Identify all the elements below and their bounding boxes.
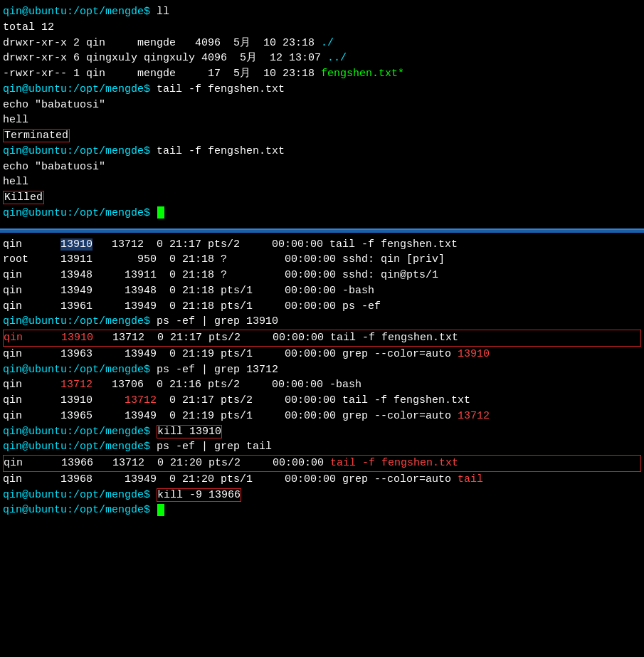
ps-row-3: qin 13948 13911 0 21:18 ? 00:00:00 sshd:… — [3, 268, 641, 283]
ps-row-13712-a: qin 13712 13706 0 21:16 pts/2 00:00:00 -… — [3, 377, 641, 393]
boxed-row-1: qin 13910 13712 0 21:17 pts/2 00:00:00 t… — [3, 330, 641, 347]
ps-grep-row-3: qin 13968 13949 0 21:20 pts/1 00:00:00 g… — [3, 472, 641, 488]
line-14: qin@ubuntu:/opt/mengde$ — [3, 206, 641, 221]
line-4: drwxr-xr-x 6 qingxuly qingxuly 4096 5月 1… — [3, 51, 641, 66]
line-1: qin@ubuntu:/opt/mengde$ ll — [3, 4, 641, 20]
kill-cmd-1: qin@ubuntu:/opt/mengde$ kill 13910 — [3, 424, 641, 440]
ps-row-5: qin 13961 13949 0 21:18 pts/1 00:00:00 p… — [3, 299, 641, 315]
line-10: qin@ubuntu:/opt/mengde$ tail -f fengshen… — [3, 144, 641, 159]
line-killed: Killed — [3, 190, 641, 206]
line-12: hell — [3, 174, 641, 190]
cursor-bottom — [157, 504, 164, 516]
line-6: qin@ubuntu:/opt/mengde$ tail -f fengshen… — [3, 82, 641, 98]
cursor-top — [157, 206, 164, 219]
ps-grep-row-2: qin 13965 13949 0 21:19 pts/1 00:00:00 g… — [3, 409, 641, 424]
ps-row-2: root 13911 950 0 21:18 ? 00:00:00 sshd: … — [3, 252, 641, 268]
line-terminated: Terminated — [3, 128, 641, 144]
ps-row-13712-b: qin 13910 13712 0 21:17 pts/2 00:00:00 t… — [3, 393, 641, 409]
boxed-row-2: qin 13966 13712 0 21:20 pts/2 00:00:00 t… — [3, 455, 641, 472]
prompt-b3: qin@ubuntu:/opt/mengde$ ps -ef | grep ta… — [3, 439, 641, 455]
terminal-top: qin@ubuntu:/opt/mengde$ ll total 12 drwx… — [0, 0, 644, 230]
kill-cmd-2: qin@ubuntu:/opt/mengde$ kill -9 13966 — [3, 488, 641, 503]
ps-row-1: qin 13910 13712 0 21:17 pts/2 00:00:00 t… — [3, 237, 641, 253]
terminal-bottom: qin 13910 13712 0 21:17 pts/2 00:00:00 t… — [0, 233, 644, 523]
line-3: drwxr-xr-x 2 qin mengde 4096 5月 10 23:18… — [3, 36, 641, 51]
line-7: echo "babatuosi" — [3, 98, 641, 113]
prompt-b1: qin@ubuntu:/opt/mengde$ ps -ef | grep 13… — [3, 314, 641, 330]
ps-row-4: qin 13949 13948 0 21:18 pts/1 00:00:00 -… — [3, 283, 641, 299]
final-prompt: qin@ubuntu:/opt/mengde$ — [3, 503, 641, 518]
line-5: -rwxr-xr-- 1 qin mengde 17 5月 10 23:18 f… — [3, 66, 641, 82]
line-11: echo "babatuosi" — [3, 159, 641, 175]
line-8: hell — [3, 112, 641, 128]
prompt-1: qin@ubuntu:/opt/mengde$ — [3, 6, 150, 18]
line-2: total 12 — [3, 20, 641, 36]
ps-grep-row-1: qin 13963 13949 0 21:19 pts/1 00:00:00 g… — [3, 347, 641, 362]
prompt-b2: qin@ubuntu:/opt/mengde$ ps -ef | grep 13… — [3, 362, 641, 378]
